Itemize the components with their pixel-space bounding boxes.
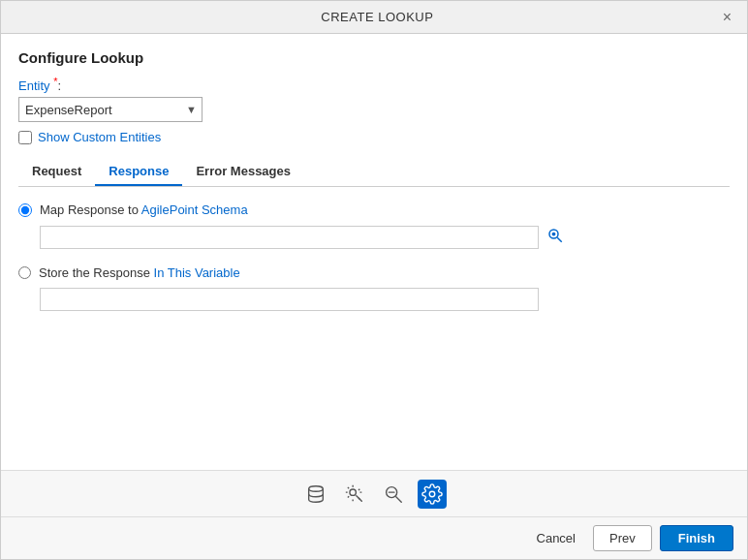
entity-label-text: Entity bbox=[18, 78, 50, 93]
tab-error-messages[interactable]: Error Messages bbox=[182, 158, 304, 186]
footer-actions-bar: Cancel Prev Finish bbox=[1, 516, 747, 559]
tabs-bar: Request Response Error Messages bbox=[18, 158, 730, 187]
close-button[interactable]: × bbox=[721, 10, 733, 25]
database-icon bbox=[305, 483, 327, 505]
search-button[interactable] bbox=[545, 225, 566, 250]
show-custom-entities-label[interactable]: Show Custom Entities bbox=[38, 130, 161, 144]
settings-active-icon-button[interactable] bbox=[418, 480, 447, 509]
show-custom-entities-checkbox[interactable] bbox=[18, 131, 32, 144]
gear-search-icon-button[interactable] bbox=[340, 480, 369, 509]
entity-select[interactable]: ExpenseReport bbox=[18, 97, 203, 122]
zoom-out-icon bbox=[383, 483, 404, 505]
store-response-input-row bbox=[40, 288, 730, 311]
svg-point-4 bbox=[350, 488, 356, 494]
svg-line-8 bbox=[396, 496, 402, 502]
map-response-radio[interactable] bbox=[18, 203, 32, 217]
svg-point-3 bbox=[309, 485, 324, 491]
entity-label: Entity *: bbox=[18, 76, 730, 93]
svg-line-1 bbox=[557, 238, 562, 243]
cancel-button[interactable]: Cancel bbox=[527, 527, 585, 549]
store-response-row: Store the Response In This Variable bbox=[18, 265, 730, 280]
map-response-input-row bbox=[40, 225, 730, 250]
zoom-out-icon-button[interactable] bbox=[379, 480, 408, 509]
map-response-label: Map Response to AgilePoint Schema bbox=[40, 202, 248, 217]
footer-icons-bar bbox=[1, 470, 747, 516]
map-response-input[interactable] bbox=[40, 226, 539, 249]
dialog-title: CREATE LOOKUP bbox=[34, 10, 721, 24]
gear-search-icon bbox=[344, 483, 365, 505]
section-title: Configure Lookup bbox=[18, 49, 730, 66]
tab-response[interactable]: Response bbox=[95, 158, 182, 186]
svg-point-9 bbox=[429, 491, 435, 497]
settings-active-icon bbox=[421, 483, 443, 505]
svg-line-5 bbox=[357, 495, 362, 500]
store-response-label: Store the Response In This Variable bbox=[39, 265, 240, 280]
entity-select-container: ExpenseReport ▼ bbox=[18, 97, 203, 122]
svg-point-2 bbox=[552, 233, 556, 236]
store-response-input[interactable] bbox=[40, 288, 539, 311]
tab-request[interactable]: Request bbox=[18, 158, 95, 186]
map-response-row: Map Response to AgilePoint Schema bbox=[18, 202, 730, 217]
database-icon-button[interactable] bbox=[301, 480, 330, 509]
response-tab-content: Map Response to AgilePoint Schema bbox=[18, 202, 730, 311]
entity-select-wrapper: ExpenseReport ▼ bbox=[18, 97, 730, 122]
show-custom-entities-row: Show Custom Entities bbox=[18, 130, 730, 144]
create-lookup-dialog: CREATE LOOKUP × Configure Lookup Entity … bbox=[0, 0, 748, 560]
finish-button[interactable]: Finish bbox=[660, 525, 733, 551]
search-icon bbox=[546, 227, 564, 244]
prev-button[interactable]: Prev bbox=[593, 525, 652, 551]
store-response-radio[interactable] bbox=[18, 266, 31, 279]
dialog-header: CREATE LOOKUP × bbox=[1, 1, 747, 34]
dialog-body: Configure Lookup Entity *: ExpenseReport… bbox=[1, 34, 747, 470]
